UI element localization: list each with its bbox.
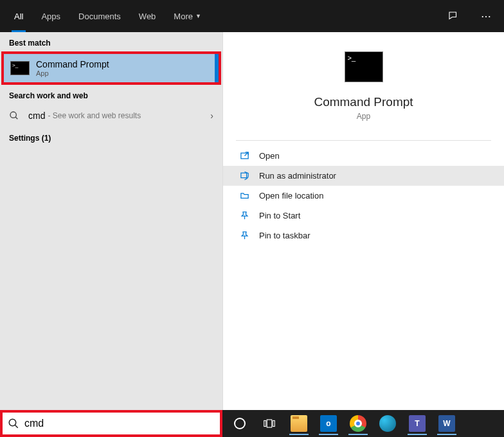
action-label: Pin to taskbar <box>259 231 310 240</box>
settings-label: Settings (1) <box>0 127 222 147</box>
tab-documents[interactable]: Documents <box>69 0 130 32</box>
task-view-button[interactable] <box>256 412 283 435</box>
preview-column: Command Prompt App Open Run as administr… <box>222 32 504 410</box>
file-explorer-icon <box>291 415 307 432</box>
action-run-as-administrator[interactable]: Run as administrator <box>223 166 504 186</box>
divider <box>236 140 491 141</box>
more-options-icon[interactable]: ⋯ <box>473 10 499 22</box>
taskbar: o T W <box>222 410 504 437</box>
web-hint: - See work and web results <box>48 111 141 120</box>
action-label: Pin to Start <box>259 211 300 220</box>
result-title: Command Prompt <box>36 59 109 69</box>
cortana-icon <box>234 418 246 429</box>
folder-icon <box>237 191 251 201</box>
action-label: Run as administrator <box>259 171 336 181</box>
result-subtitle: App <box>36 69 109 77</box>
svg-rect-9 <box>267 420 272 427</box>
command-prompt-icon-large <box>345 51 383 82</box>
tab-apps[interactable]: Apps <box>32 0 69 32</box>
search-panel: Best match Command Prompt App Search wor… <box>0 32 504 410</box>
edge-icon <box>379 415 396 432</box>
search-filter-tabs: All Apps Documents Web More▼ ⋯ <box>0 0 504 32</box>
taskbar-edge[interactable] <box>374 412 401 435</box>
web-term: cmd <box>28 111 45 121</box>
admin-icon <box>237 171 251 181</box>
taskbar-chrome[interactable] <box>345 412 372 435</box>
pin-icon <box>237 211 251 220</box>
action-open-file-location[interactable]: Open file location <box>223 186 504 206</box>
svg-rect-8 <box>264 421 266 427</box>
search-icon <box>9 111 22 121</box>
best-match-label: Best match <box>0 32 222 51</box>
results-column: Best match Command Prompt App Search wor… <box>0 32 222 410</box>
search-box[interactable] <box>0 410 222 437</box>
action-open[interactable]: Open <box>223 146 504 166</box>
taskbar-outlook[interactable]: o <box>315 412 342 435</box>
result-command-prompt[interactable]: Command Prompt App <box>4 54 219 82</box>
svg-rect-3 <box>240 173 246 178</box>
svg-line-7 <box>15 425 18 428</box>
taskbar-teams[interactable]: T <box>404 412 431 435</box>
task-view-icon <box>264 419 275 428</box>
open-icon <box>237 151 251 161</box>
tab-web[interactable]: Web <box>130 0 165 32</box>
tab-more[interactable]: More▼ <box>165 0 210 32</box>
best-match-highlight: Command Prompt App <box>1 51 221 85</box>
search-input[interactable] <box>24 418 215 429</box>
svg-point-0 <box>10 112 16 118</box>
command-prompt-icon <box>10 61 30 75</box>
svg-point-6 <box>9 419 16 426</box>
word-icon: W <box>438 415 455 432</box>
teams-icon: T <box>409 415 426 432</box>
preview-subtitle: App <box>357 112 370 121</box>
chevron-down-icon: ▼ <box>195 13 201 19</box>
taskbar-file-explorer[interactable] <box>285 412 312 435</box>
preview-title: Command Prompt <box>314 95 413 109</box>
pin-icon <box>237 231 251 240</box>
action-pin-to-start[interactable]: Pin to Start <box>223 206 504 226</box>
web-result-cmd[interactable]: cmd - See work and web results › <box>0 104 222 127</box>
action-pin-to-taskbar[interactable]: Pin to taskbar <box>223 226 504 245</box>
taskbar-word[interactable]: W <box>433 412 460 435</box>
feedback-icon[interactable] <box>447 10 473 22</box>
chrome-icon <box>350 415 366 432</box>
search-icon <box>8 418 19 429</box>
cortana-button[interactable] <box>226 412 253 435</box>
action-label: Open <box>259 151 280 161</box>
chevron-right-icon: › <box>210 111 213 121</box>
search-work-web-label: Search work and web <box>0 85 222 104</box>
action-label: Open file location <box>259 191 323 201</box>
outlook-icon: o <box>320 415 337 432</box>
tab-all[interactable]: All <box>5 0 32 32</box>
svg-line-1 <box>15 117 17 119</box>
svg-rect-10 <box>273 421 274 427</box>
